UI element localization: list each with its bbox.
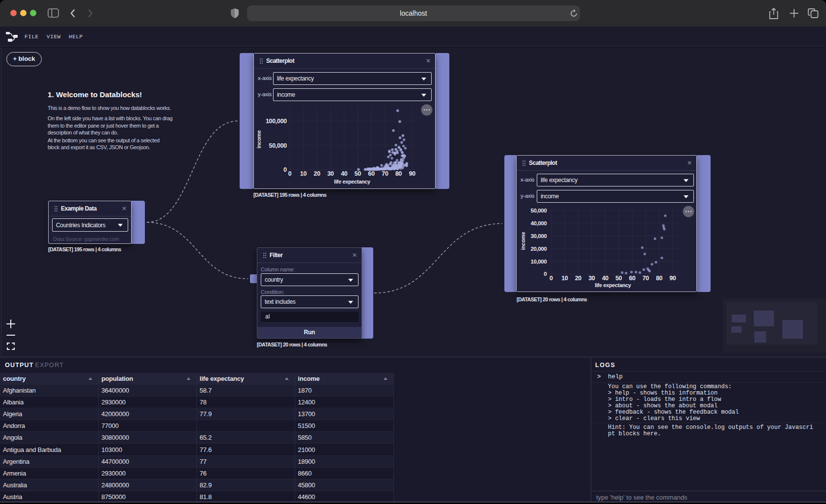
svg-text:40: 40 — [341, 170, 348, 177]
svg-text:10: 10 — [561, 275, 568, 282]
svg-text:60: 60 — [629, 275, 636, 282]
svg-text:30,000: 30,000 — [531, 233, 547, 239]
svg-text:30: 30 — [327, 170, 334, 177]
svg-text:30: 30 — [588, 275, 595, 282]
svg-text:50,000: 50,000 — [269, 142, 287, 149]
svg-text:70: 70 — [642, 275, 649, 282]
svg-text:10: 10 — [300, 170, 307, 177]
svg-text:80: 80 — [395, 170, 402, 177]
svg-text:40: 40 — [602, 275, 609, 282]
svg-text:0: 0 — [288, 170, 292, 177]
svg-text:50: 50 — [355, 170, 361, 177]
svg-text:60: 60 — [368, 170, 375, 177]
svg-text:100,000: 100,000 — [266, 118, 287, 125]
svg-text:50,000: 50,000 — [531, 208, 547, 213]
svg-text:70: 70 — [382, 170, 388, 177]
svg-text:income: income — [520, 232, 526, 250]
svg-text:20: 20 — [314, 170, 321, 177]
svg-text:20: 20 — [575, 275, 582, 282]
svg-text:50: 50 — [615, 275, 622, 282]
svg-text:90: 90 — [409, 170, 416, 177]
svg-text:90: 90 — [669, 275, 676, 282]
svg-text:0: 0 — [544, 271, 547, 277]
svg-text:80: 80 — [656, 275, 663, 282]
svg-text:income: income — [256, 131, 262, 149]
svg-text:10,000: 10,000 — [531, 259, 547, 265]
svg-text:0: 0 — [283, 166, 287, 173]
svg-text:40,000: 40,000 — [531, 220, 547, 226]
svg-text:0: 0 — [550, 275, 553, 282]
svg-text:20,000: 20,000 — [531, 246, 547, 252]
svg-text:life expectancy: life expectancy — [595, 282, 632, 288]
svg-text:life expectancy: life expectancy — [334, 179, 371, 185]
